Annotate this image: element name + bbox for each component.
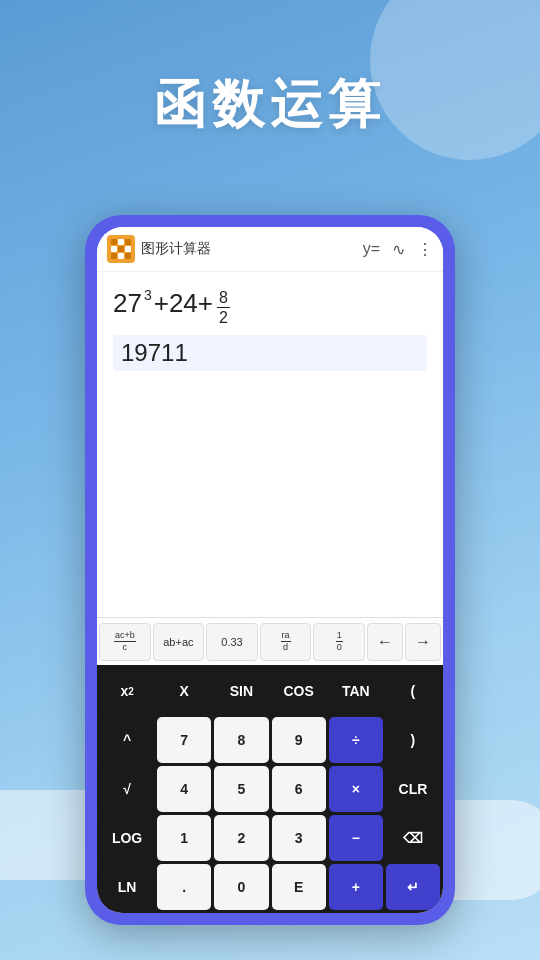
- key-open-paren[interactable]: (: [386, 668, 440, 714]
- key-sin[interactable]: SIN: [214, 668, 268, 714]
- expression-line: 273 +24+ 8 2: [113, 288, 427, 327]
- scroll-nav-left[interactable]: ←: [367, 623, 403, 661]
- key-caret[interactable]: ^: [100, 717, 154, 763]
- key-0[interactable]: 0: [214, 864, 268, 910]
- scroll-btn-abac[interactable]: ab+ac: [153, 623, 205, 661]
- key-row-1: x2 X SIN COS TAN (: [100, 668, 440, 714]
- scroll-btn-fraction[interactable]: ac+b c: [99, 623, 151, 661]
- key-2[interactable]: 2: [214, 815, 268, 861]
- key-clr[interactable]: CLR: [386, 766, 440, 812]
- key-divide[interactable]: ÷: [329, 717, 383, 763]
- phone-frame: 图形计算器 y= ∿ ⋮ 273 +24+ 8 2 19711: [85, 215, 455, 925]
- calc-display: 273 +24+ 8 2 19711: [97, 272, 443, 617]
- key-row-2: ^ 7 8 9 ÷ ): [100, 717, 440, 763]
- expr-sup: 3: [144, 288, 152, 302]
- scroll-row: ac+b c ab+ac 0.33 ra d 1 0: [97, 617, 443, 665]
- scroll-btn-033[interactable]: 0.33: [206, 623, 258, 661]
- app-icon: [107, 235, 135, 263]
- key-1[interactable]: 1: [157, 815, 211, 861]
- key-cos[interactable]: COS: [272, 668, 326, 714]
- key-9[interactable]: 9: [272, 717, 326, 763]
- key-plus[interactable]: +: [329, 864, 383, 910]
- y-equals-button[interactable]: y=: [363, 240, 380, 258]
- expr-base: 27: [113, 288, 142, 319]
- key-row-5: LN . 0 E + ↵: [100, 864, 440, 910]
- key-x2[interactable]: x2: [100, 668, 154, 714]
- app-title: 图形计算器: [141, 240, 363, 258]
- key-multiply[interactable]: ×: [329, 766, 383, 812]
- key-4[interactable]: 4: [157, 766, 211, 812]
- key-tan[interactable]: TAN: [329, 668, 383, 714]
- key-minus[interactable]: −: [329, 815, 383, 861]
- keyboard: x2 X SIN COS TAN ( ^ 7 8 9 ÷ ) √ 4 5 6: [97, 665, 443, 913]
- key-7[interactable]: 7: [157, 717, 211, 763]
- key-8[interactable]: 8: [214, 717, 268, 763]
- scroll-btn-10[interactable]: 1 0: [313, 623, 365, 661]
- key-row-3: √ 4 5 6 × CLR: [100, 766, 440, 812]
- key-X[interactable]: X: [157, 668, 211, 714]
- key-row-4: LOG 1 2 3 − ⌫: [100, 815, 440, 861]
- page-title: 函数运算: [0, 70, 540, 140]
- key-3[interactable]: 3: [272, 815, 326, 861]
- result-line: 19711: [113, 335, 427, 371]
- expr-fraction: 8 2: [217, 288, 230, 327]
- key-ln[interactable]: LN: [100, 864, 154, 910]
- key-6[interactable]: 6: [272, 766, 326, 812]
- key-enter[interactable]: ↵: [386, 864, 440, 910]
- key-sqrt[interactable]: √: [100, 766, 154, 812]
- key-5[interactable]: 5: [214, 766, 268, 812]
- key-E[interactable]: E: [272, 864, 326, 910]
- scroll-btn-rad[interactable]: ra d: [260, 623, 312, 661]
- header-actions: y= ∿ ⋮: [363, 240, 433, 259]
- scroll-nav-right[interactable]: →: [405, 623, 441, 661]
- key-log[interactable]: LOG: [100, 815, 154, 861]
- key-dot[interactable]: .: [157, 864, 211, 910]
- more-button[interactable]: ⋮: [417, 240, 433, 259]
- phone-inner: 图形计算器 y= ∿ ⋮ 273 +24+ 8 2 19711: [97, 227, 443, 913]
- wave-button[interactable]: ∿: [392, 240, 405, 259]
- key-backspace[interactable]: ⌫: [386, 815, 440, 861]
- key-close-paren[interactable]: ): [386, 717, 440, 763]
- app-header: 图形计算器 y= ∿ ⋮: [97, 227, 443, 272]
